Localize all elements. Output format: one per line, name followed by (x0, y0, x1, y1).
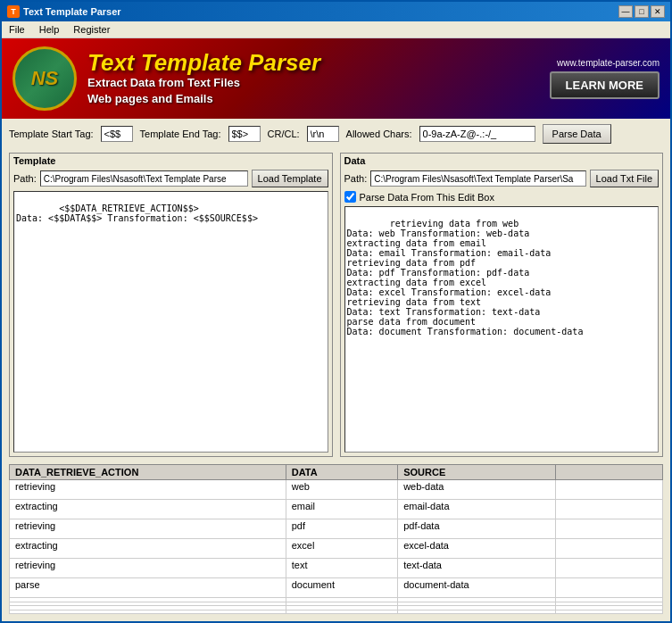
main-window: T Text Template Parser — □ ✕ File Help R… (0, 0, 672, 623)
table-cell-5-0: parse (10, 578, 286, 598)
table-row: parsedocumentdocument-data (10, 578, 663, 598)
template-text-area[interactable]: <$$DATA_RETRIEVE_ACTION$$> Data: <$$DATA… (13, 191, 328, 453)
data-panel-header: Data (341, 154, 663, 168)
banner-subtitle-line1: Extract Data from Text Files (87, 75, 550, 91)
app-icon: T (7, 5, 20, 18)
template-panel-header: Template (10, 154, 332, 168)
allowed-chars-label: Allowed Chars: (346, 129, 412, 139)
banner-title: Text Template Parser (87, 50, 550, 76)
maximize-button[interactable]: □ (635, 5, 649, 18)
parse-checkbox-row: Parse Data From This Edit Box (341, 189, 663, 204)
table-cell-2-1: pdf (286, 519, 397, 539)
table-cell-5-3 (556, 578, 663, 598)
col-header-data: DATA (286, 465, 397, 480)
table-cell-0-1: web (286, 480, 397, 500)
template-end-input[interactable] (228, 126, 261, 142)
table-cell-5-1: document (286, 578, 397, 598)
table-cell-0-3 (556, 480, 663, 500)
table-cell-3-0: extracting (10, 539, 286, 559)
table-cell-4-2: text-data (398, 559, 556, 578)
load-txt-file-button[interactable]: Load Txt File (590, 170, 659, 187)
window-controls: — □ ✕ (618, 5, 665, 18)
table-cell-2-2: pdf-data (398, 519, 556, 539)
banner-subtitle-line2: Web pages and Emails (87, 91, 550, 107)
table-cell-4-1: text (286, 559, 397, 578)
parse-checkbox-label: Parse Data From This Edit Box (360, 192, 494, 203)
table-cell-2-3 (556, 519, 663, 539)
table-cell-1-2: email-data (398, 500, 556, 519)
col-header-action: DATA_RETRIEVE_ACTION (10, 465, 286, 480)
controls-row: Template Start Tag: Template End Tag: CR… (2, 119, 670, 149)
close-button[interactable]: ✕ (651, 5, 665, 18)
col-header-extra (556, 465, 663, 480)
table-cell-0-2: web-data (398, 480, 556, 500)
cr-cl-label: CR/CL: (268, 129, 300, 139)
table-cell-1-3 (556, 500, 663, 519)
template-path-input[interactable] (40, 170, 248, 187)
table-cell-1-0: extracting (10, 500, 286, 519)
template-start-label: Template Start Tag: (9, 129, 94, 139)
banner-content: Text Template Parser Extract Data from T… (77, 50, 550, 108)
allowed-chars-input[interactable] (419, 126, 535, 142)
menu-file[interactable]: File (5, 23, 29, 36)
data-panel: Data Path: Load Txt File Parse Data From… (340, 153, 664, 457)
banner-logo: NS (12, 46, 77, 111)
parse-data-button[interactable]: Parse Data (543, 124, 611, 144)
logo-text: NS (31, 67, 59, 90)
table-header-row: DATA_RETRIEVE_ACTION DATA SOURCE (10, 465, 663, 480)
panels-area: Template Path: Load Template <$$DATA_RET… (2, 149, 670, 461)
table-cell-2-0: retrieving (10, 519, 286, 539)
table-row: retrievingpdfpdf-data (10, 519, 663, 539)
banner-url: www.template-parser.com (557, 58, 660, 68)
table-area: DATA_RETRIEVE_ACTION DATA SOURCE retriev… (2, 461, 670, 621)
data-table: DATA_RETRIEVE_ACTION DATA SOURCE retriev… (9, 464, 663, 614)
table-row: retrievingwebweb-data (10, 480, 663, 500)
col-header-source: SOURCE (398, 465, 556, 480)
template-path-row: Path: Load Template (10, 168, 332, 189)
cr-cl-input[interactable] (307, 126, 339, 142)
menu-help[interactable]: Help (36, 23, 63, 36)
menu-bar: File Help Register (2, 21, 670, 38)
table-cell-3-2: excel-data (398, 539, 556, 559)
template-end-label: Template End Tag: (140, 129, 221, 139)
learn-more-button[interactable]: LEARN MORE (550, 71, 660, 99)
template-panel: Template Path: Load Template <$$DATA_RET… (9, 153, 333, 457)
table-cell-1-1: email (286, 500, 397, 519)
menu-register[interactable]: Register (70, 23, 113, 36)
table-cell-4-3 (556, 559, 663, 578)
table-row: extractingemailemail-data (10, 500, 663, 519)
load-template-button[interactable]: Load Template (252, 170, 328, 187)
table-cell-0-0: retrieving (10, 480, 286, 500)
data-path-input[interactable] (370, 170, 585, 187)
minimize-button[interactable]: — (618, 5, 633, 18)
table-row: extractingexcelexcel-data (10, 539, 663, 559)
table-row: retrievingtexttext-data (10, 559, 663, 578)
banner: NS Text Template Parser Extract Data fro… (2, 38, 670, 119)
table-cell-3-3 (556, 539, 663, 559)
template-start-input[interactable] (101, 126, 133, 142)
title-bar: T Text Template Parser — □ ✕ (2, 2, 670, 21)
parse-checkbox[interactable] (344, 191, 356, 203)
table-cell-4-0: retrieving (10, 559, 286, 578)
data-text-area[interactable]: retrieving data from web Data: web Trans… (344, 206, 660, 453)
title-bar-left: T Text Template Parser (7, 5, 121, 18)
window-title: Text Template Parser (23, 6, 121, 17)
table-cell-5-2: document-data (398, 578, 556, 598)
data-path-label: Path: (344, 173, 368, 184)
template-path-label: Path: (13, 173, 37, 184)
banner-right: www.template-parser.com LEARN MORE (550, 58, 660, 99)
table-row-empty (10, 610, 663, 614)
table-cell-3-1: excel (286, 539, 397, 559)
data-path-row: Path: Load Txt File (341, 168, 663, 189)
